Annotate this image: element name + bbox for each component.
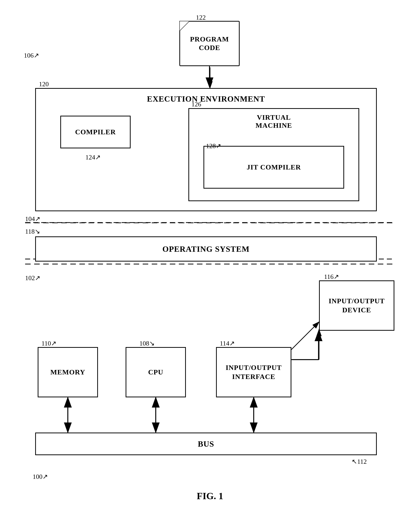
io-interface-label: INPUT/OUTPUT INTERFACE	[226, 363, 282, 381]
ref-102: 102↗	[25, 274, 40, 282]
ref-126: 126	[191, 101, 201, 108]
virtual-machine-label: VIRTUALMACHINE	[255, 113, 292, 130]
cpu-box: CPU	[126, 347, 186, 397]
operating-system-box: OPERATING SYSTEM	[35, 236, 377, 262]
compiler-box: COMPILER	[60, 116, 131, 148]
figure-caption: FIG. 1	[0, 490, 420, 501]
ref-122: 122	[196, 14, 206, 21]
ref-120: 120	[39, 80, 49, 88]
execution-env-label: EXECUTION ENVIRONMENT	[147, 94, 265, 104]
memory-label: MEMORY	[50, 368, 85, 376]
io-interface-box: INPUT/OUTPUT INTERFACE	[216, 347, 291, 397]
bus-label: BUS	[198, 439, 214, 449]
ref-100: 100↗	[33, 473, 48, 481]
io-device-box: INPUT/OUTPUT DEVICE	[319, 280, 394, 331]
ref-116: 116↗	[324, 273, 339, 281]
ref-108: 108↘	[139, 340, 155, 347]
svg-line-8	[291, 322, 319, 350]
ref-112: ↖112	[352, 458, 367, 465]
compiler-label: COMPILER	[75, 128, 116, 136]
program-code-label: PROGRAM CODE	[190, 35, 229, 52]
ref-128: 128↗	[206, 142, 221, 150]
operating-system-label: OPERATING SYSTEM	[162, 244, 249, 254]
jit-compiler-box: JIT COMPILER	[203, 146, 344, 189]
bus-box: BUS	[35, 433, 377, 455]
program-code-box: PROGRAM CODE	[179, 21, 240, 66]
ref-114: 114↗	[220, 340, 235, 347]
ref-106: 106↗	[24, 52, 39, 59]
ref-104: 104↗	[25, 215, 40, 223]
diagram: PROGRAM CODE 122 EXECUTION ENVIRONMENT 1…	[0, 0, 420, 509]
ref-124: 124↗	[85, 153, 101, 161]
memory-box: MEMORY	[38, 347, 98, 397]
io-device-label: INPUT/OUTPUT DEVICE	[329, 296, 385, 315]
figure-caption-text: FIG. 1	[197, 491, 223, 501]
ref-110: 110↗	[41, 340, 57, 347]
jit-compiler-label: JIT COMPILER	[247, 163, 301, 171]
cpu-label: CPU	[148, 368, 164, 376]
ref-118: 118↘	[25, 228, 40, 235]
